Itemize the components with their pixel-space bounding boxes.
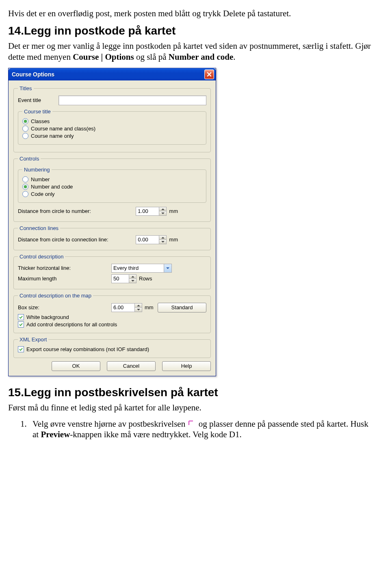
input-dist-circle-number[interactable]	[136, 207, 159, 216]
p14-bold-2: Number and code	[169, 52, 233, 62]
unit-mm: mm	[169, 208, 178, 214]
spin-up[interactable]	[135, 304, 142, 308]
radio-classes-label: Classes	[31, 118, 50, 124]
group-control-description: Control description Thicker horizontal l…	[13, 254, 211, 289]
close-button[interactable]	[204, 69, 214, 79]
paragraph-15: Først må du finne et ledig sted på karte…	[8, 402, 374, 413]
input-event-title[interactable]	[58, 95, 206, 105]
combo-thicker-line[interactable]: Every third	[111, 264, 172, 273]
check-icon	[19, 315, 23, 319]
label-max-length: Maximum length	[18, 276, 111, 282]
spinner-dist-circle-number[interactable]	[136, 207, 167, 216]
radio-dot-icon	[24, 185, 27, 188]
dialog-button-row: OK Cancel Help	[13, 361, 211, 371]
spin-down[interactable]	[135, 307, 142, 312]
group-xml-export: XML Export Export course relay combinati…	[13, 336, 211, 358]
close-icon	[207, 72, 212, 77]
course-options-dialog: Course Options Titles Event title Course…	[8, 68, 216, 376]
radio-number-label: Number	[31, 176, 50, 182]
legend-course-title: Course title	[22, 108, 52, 115]
checkbox-xml-relay[interactable]: Export course relay combinations (not IO…	[18, 346, 206, 352]
label-event-title: Event title	[18, 97, 58, 103]
chevron-down-icon	[161, 241, 165, 243]
radio-code-only-label: Code only	[31, 191, 55, 197]
list1-bold: Preview	[41, 430, 70, 439]
radio-code-only[interactable]: Code only	[22, 191, 202, 197]
radio-course-name-only[interactable]: Course name only	[22, 133, 202, 139]
legend-control-description: Control description	[18, 254, 65, 260]
spin-down[interactable]	[129, 278, 136, 283]
standard-button[interactable]: Standard	[158, 303, 206, 312]
check-icon	[19, 323, 23, 326]
help-button[interactable]: Help	[162, 361, 211, 371]
chevron-up-icon	[161, 208, 165, 210]
titlebar-text: Course Options	[12, 71, 54, 78]
chevron-up-icon	[131, 276, 134, 278]
legend-desc-on-map: Control description on the map	[18, 293, 93, 299]
spin-down[interactable]	[159, 239, 166, 244]
group-numbering: Numbering Number Number and code Code on…	[18, 167, 206, 203]
spin-up[interactable]	[159, 236, 166, 240]
heading-15: 15.Legg inn postbeskrivelsen på kartet	[8, 386, 374, 399]
radio-dot-icon	[24, 120, 27, 123]
ok-button[interactable]: OK	[52, 361, 100, 371]
combo-dropdown-button[interactable]	[164, 264, 172, 273]
p14-text-c: og slå på	[134, 52, 169, 62]
spin-up[interactable]	[159, 207, 166, 211]
paragraph-14: Det er mer og mer vanlig å legge inn pos…	[8, 41, 374, 62]
p14-text-e: .	[233, 52, 235, 62]
chevron-down-icon	[131, 280, 134, 282]
group-connection-lines: Connection lines Distance from circle to…	[13, 225, 211, 250]
radio-number-code-label: Number and code	[31, 184, 73, 190]
legend-titles: Titles	[18, 85, 34, 91]
input-box-size[interactable]	[111, 303, 134, 312]
input-max-length[interactable]	[111, 274, 129, 283]
chevron-down-icon	[161, 213, 165, 214]
list1-text-d: -knappen ikke må være nedtrykket. Velg k…	[70, 430, 241, 439]
unit-mm: mm	[169, 237, 178, 243]
spin-down[interactable]	[159, 211, 166, 215]
radio-course-name-only-label: Course name only	[31, 133, 74, 139]
checkbox-add-all-label: Add control descriptions for all control…	[26, 321, 117, 328]
unit-rows: Rows	[139, 276, 152, 282]
chevron-down-icon	[137, 309, 140, 310]
label-dist-circle-number: Distance from circle to number:	[18, 208, 91, 214]
spinner-max-length[interactable]	[111, 274, 136, 283]
group-course-title: Course title Classes Course name and cla…	[18, 108, 206, 145]
checkbox-white-bg[interactable]: White background	[18, 314, 206, 320]
label-box-size: Box size:	[18, 304, 111, 310]
spinner-box-size[interactable]	[111, 303, 142, 312]
checkbox-white-bg-label: White background	[26, 314, 69, 320]
spinner-dist-circle-conn[interactable]	[136, 235, 167, 244]
legend-controls: Controls	[18, 156, 41, 162]
list-item-1: 1. Velg øvre venstre hjørne av postbeskr…	[20, 419, 374, 440]
label-dist-circle-conn: Distance from circle to connection line:	[18, 237, 108, 243]
titlebar: Course Options	[9, 68, 216, 80]
unit-mm: mm	[145, 304, 154, 310]
cancel-button[interactable]: Cancel	[107, 361, 156, 371]
dialog-body: Titles Event title Course title Classes …	[9, 80, 216, 376]
list-number: 1.	[20, 419, 32, 440]
group-titles: Titles Event title Course title Classes …	[13, 85, 211, 152]
list1-text-a: Velg øvre venstre hjørne av postbeskrive…	[32, 419, 187, 429]
intro-paragraph: Hvis det er en overflødig post, merk pos…	[8, 8, 374, 19]
legend-numbering: Numbering	[22, 167, 52, 173]
radio-number-code[interactable]: Number and code	[22, 184, 202, 190]
radio-classes[interactable]: Classes	[22, 118, 202, 124]
input-dist-circle-conn[interactable]	[136, 235, 159, 244]
group-desc-on-map: Control description on the map Box size:…	[13, 293, 211, 333]
combo-thicker-value: Every third	[111, 264, 164, 273]
radio-number[interactable]: Number	[22, 176, 202, 182]
chevron-up-icon	[161, 237, 165, 239]
radio-course-name-classes[interactable]: Course name and class(es)	[22, 126, 202, 132]
corner-icon	[188, 419, 195, 427]
chevron-up-icon	[137, 305, 140, 306]
p14-bold-1: Course | Options	[73, 52, 134, 62]
checkbox-xml-relay-label: Export course relay combinations (not IO…	[26, 346, 149, 352]
checkbox-add-all[interactable]: Add control descriptions for all control…	[18, 321, 206, 328]
group-controls: Controls Numbering Number Number and cod…	[13, 156, 211, 222]
chevron-down-icon	[166, 267, 169, 269]
spin-up[interactable]	[129, 275, 136, 279]
heading-14: 14.Legg inn postkode på kartet	[8, 24, 374, 37]
legend-connection-lines: Connection lines	[18, 225, 60, 231]
